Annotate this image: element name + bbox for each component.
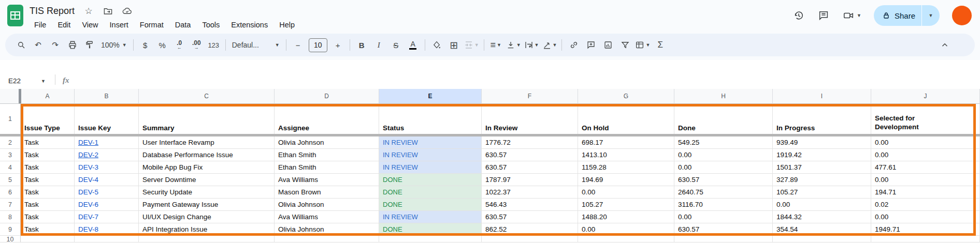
cell-status[interactable]: DONE xyxy=(379,199,482,211)
cell-on-hold[interactable]: 698.17 xyxy=(578,136,674,149)
menu-view[interactable]: View xyxy=(77,20,103,30)
row-number[interactable]: 1 xyxy=(0,104,21,134)
cell-status[interactable]: IN REVIEW xyxy=(379,161,482,174)
header-assignee[interactable]: Assignee xyxy=(275,104,379,134)
text-wrap-button[interactable]: ▼ xyxy=(523,38,541,52)
cell-on-hold[interactable]: 194.69 xyxy=(578,174,674,186)
column-header-d[interactable]: D xyxy=(275,89,379,104)
cell-summary[interactable]: Payment Gateway Issue xyxy=(139,199,275,211)
menu-edit[interactable]: Edit xyxy=(53,20,75,30)
cell-done[interactable]: 630.57 xyxy=(674,174,773,186)
cell-issue-type[interactable]: Task xyxy=(21,199,75,211)
cell-selected-for-dev[interactable]: 0.00 xyxy=(871,149,980,161)
column-header-g[interactable]: G xyxy=(578,89,674,104)
column-header-f[interactable]: F xyxy=(482,89,578,104)
cell-done[interactable]: 0.00 xyxy=(674,161,773,174)
table-pivot-button[interactable]: ▼ xyxy=(633,38,652,52)
insert-chart-button[interactable] xyxy=(599,38,616,52)
menu-help[interactable]: Help xyxy=(275,20,299,30)
row-number[interactable]: 8 xyxy=(0,211,21,223)
cell-on-hold[interactable]: 1488.20 xyxy=(578,211,674,223)
cell-in-review[interactable]: 862.52 xyxy=(482,223,578,236)
cell-issue-key-link[interactable]: DEV-6 xyxy=(75,199,139,211)
cell-in-review[interactable]: 1022.37 xyxy=(482,186,578,199)
currency-format-button[interactable]: $ xyxy=(137,38,154,52)
cell-issue-key-link[interactable]: DEV-4 xyxy=(75,174,139,186)
cell-in-progress[interactable]: 105.27 xyxy=(773,186,871,199)
functions-button[interactable]: Σ xyxy=(652,38,669,52)
cell-issue-type[interactable]: Task xyxy=(21,223,75,236)
header-status[interactable]: Status xyxy=(379,104,482,134)
percent-format-button[interactable]: % xyxy=(154,38,171,52)
version-history-icon[interactable] xyxy=(792,9,805,22)
cell-in-review[interactable]: 546.43 xyxy=(482,199,578,211)
cell-selected-for-dev[interactable]: 0.00 xyxy=(871,211,980,223)
cell-summary[interactable]: API Integration Issue xyxy=(139,223,275,236)
cell-in-review[interactable]: 630.57 xyxy=(482,149,578,161)
cell-done[interactable]: 3116.70 xyxy=(674,199,773,211)
cell-issue-key-link[interactable]: DEV-3 xyxy=(75,161,139,174)
column-header-i[interactable]: I xyxy=(773,89,871,104)
insert-link-button[interactable] xyxy=(565,38,582,52)
cell-summary[interactable]: Mobile App Bug Fix xyxy=(139,161,275,174)
cell-assignee[interactable]: Olivia Johnson xyxy=(275,199,379,211)
menu-format[interactable]: Format xyxy=(135,20,168,30)
cell-done[interactable]: 0.00 xyxy=(674,211,773,223)
cell-assignee[interactable]: Ava Williams xyxy=(275,174,379,186)
header-issue-type[interactable]: Issue Type xyxy=(21,104,75,134)
cell-issue-type[interactable]: Task xyxy=(21,136,75,149)
column-header-a[interactable]: A xyxy=(21,89,75,104)
row-number[interactable]: 5 xyxy=(0,174,21,186)
cell-issue-type[interactable]: Task xyxy=(21,149,75,161)
share-button[interactable]: Share ▼ xyxy=(874,5,940,26)
cell-status[interactable]: DONE xyxy=(379,223,482,236)
cell-selected-for-dev[interactable]: 477.61 xyxy=(871,161,980,174)
menu-insert[interactable]: Insert xyxy=(105,20,133,30)
cell-selected-for-dev[interactable]: 0.00 xyxy=(871,174,980,186)
increase-font-size-button[interactable]: + xyxy=(329,38,347,52)
cell-summary[interactable]: Security Update xyxy=(139,186,275,199)
horizontal-align-button[interactable]: ≡▼ xyxy=(487,38,505,52)
merge-cells-button[interactable]: ▼ xyxy=(463,38,481,52)
menu-data[interactable]: Data xyxy=(170,20,196,30)
row-number[interactable]: 3 xyxy=(0,149,21,161)
fill-color-button[interactable] xyxy=(428,38,445,52)
name-box[interactable]: E22 ▼ xyxy=(8,77,46,85)
cloud-saved-icon[interactable] xyxy=(122,6,132,16)
cell-assignee[interactable]: Ethan Smith xyxy=(275,149,379,161)
row-number[interactable]: 2 xyxy=(0,136,21,149)
cell-in-progress[interactable]: 1844.32 xyxy=(773,211,871,223)
header-in-progress[interactable]: In Progress xyxy=(773,104,871,134)
cell-assignee[interactable]: Mason Brown xyxy=(275,186,379,199)
cell-on-hold[interactable]: 0.00 xyxy=(578,223,674,236)
increase-decimal-button[interactable]: .00→ xyxy=(188,38,205,52)
cell-issue-type[interactable]: Task xyxy=(21,211,75,223)
header-in-review[interactable]: In Review xyxy=(482,104,578,134)
bold-button[interactable]: B xyxy=(353,38,370,52)
undo-button[interactable]: ↶ xyxy=(30,38,47,52)
cell-status[interactable]: IN REVIEW xyxy=(379,211,482,223)
cell-in-progress[interactable]: 354.54 xyxy=(773,223,871,236)
row-number[interactable]: 4 xyxy=(0,161,21,174)
cell-done[interactable]: 549.25 xyxy=(674,136,773,149)
number-format-button[interactable]: 123 xyxy=(205,38,222,52)
cell-issue-key-link[interactable]: DEV-8 xyxy=(75,223,139,236)
sheets-logo-icon[interactable] xyxy=(7,5,23,26)
column-header-e-selected[interactable]: E xyxy=(379,89,482,104)
cell-done[interactable]: 2640.75 xyxy=(674,186,773,199)
decrease-decimal-button[interactable]: .0← xyxy=(171,38,188,52)
cell-in-review[interactable]: 630.57 xyxy=(482,211,578,223)
menu-file[interactable]: File xyxy=(30,20,51,30)
cell-status[interactable]: IN REVIEW xyxy=(379,149,482,161)
cell-done[interactable]: 0.00 xyxy=(674,149,773,161)
cell-issue-key-link[interactable]: DEV-5 xyxy=(75,186,139,199)
cell-issue-type[interactable]: Task xyxy=(21,161,75,174)
text-color-button[interactable]: A xyxy=(405,38,422,52)
text-rotation-button[interactable]: ▼ xyxy=(541,38,559,52)
create-filter-button[interactable] xyxy=(616,38,633,52)
print-button[interactable] xyxy=(64,38,81,52)
header-issue-key[interactable]: Issue Key xyxy=(75,104,139,134)
cell-assignee[interactable]: Ethan Smith xyxy=(275,161,379,174)
cell-on-hold[interactable]: 1413.10 xyxy=(578,149,674,161)
cell-issue-type[interactable]: Task xyxy=(21,186,75,199)
